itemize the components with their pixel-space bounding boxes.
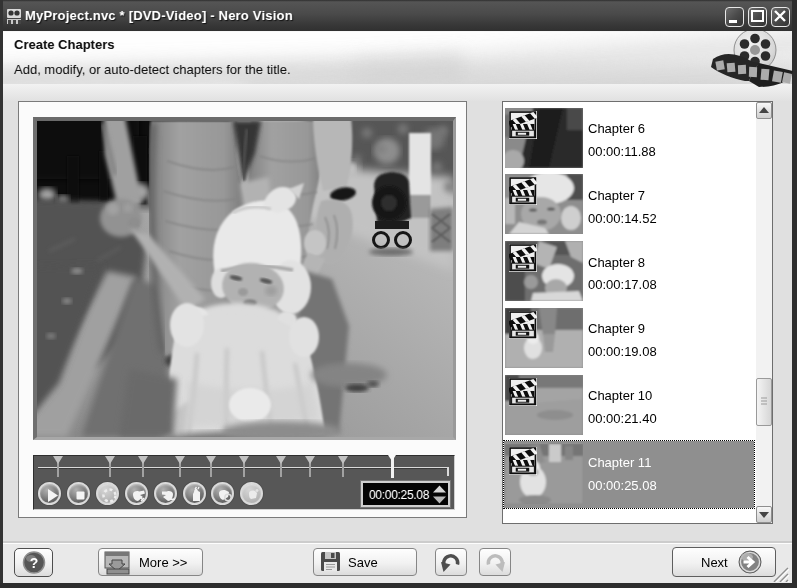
svg-text:?: ? (30, 555, 39, 571)
